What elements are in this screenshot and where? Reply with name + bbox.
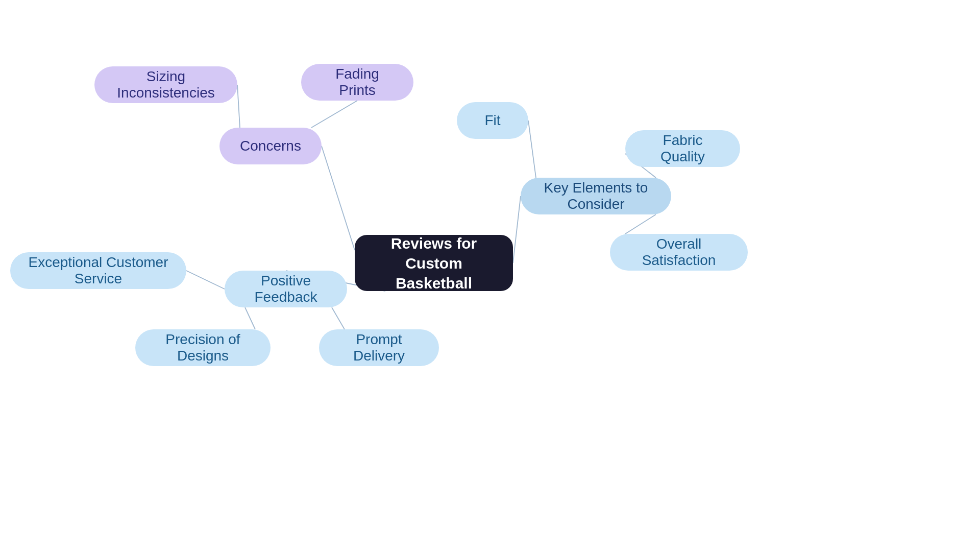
overall-node: Overall Satisfaction bbox=[610, 234, 748, 271]
svg-line-10 bbox=[625, 214, 656, 234]
concerns-node: Concerns bbox=[219, 128, 322, 164]
concerns-label: Concerns bbox=[240, 138, 301, 154]
keyelements-label: Key Elements to Consider bbox=[537, 180, 655, 212]
fabric-node: Fabric Quality bbox=[625, 130, 740, 167]
prompt-node: Prompt Delivery bbox=[319, 329, 439, 366]
exceptional-label: Exceptional Customer Service bbox=[27, 254, 170, 287]
svg-line-6 bbox=[332, 307, 345, 329]
overall-label: Overall Satisfaction bbox=[626, 236, 731, 269]
fading-label: Fading Prints bbox=[317, 66, 397, 99]
fading-node: Fading Prints bbox=[301, 64, 413, 101]
sizing-label: Sizing Inconsistencies bbox=[111, 68, 221, 101]
center-node: Customer Reviews for Custom Basketball J… bbox=[355, 235, 513, 291]
svg-line-5 bbox=[245, 307, 255, 329]
svg-line-2 bbox=[311, 101, 357, 128]
svg-line-8 bbox=[528, 121, 536, 178]
fabric-label: Fabric Quality bbox=[642, 132, 724, 165]
svg-line-0 bbox=[322, 146, 355, 250]
svg-line-1 bbox=[237, 85, 240, 128]
center-label: Customer Reviews for Custom Basketball J… bbox=[371, 213, 497, 313]
svg-line-4 bbox=[186, 271, 225, 289]
sizing-node: Sizing Inconsistencies bbox=[94, 66, 237, 103]
positive-node: Positive Feedback bbox=[225, 271, 347, 307]
positive-label: Positive Feedback bbox=[241, 273, 331, 305]
precision-node: Precision of Designs bbox=[135, 329, 271, 366]
keyelements-node: Key Elements to Consider bbox=[521, 178, 671, 214]
svg-line-7 bbox=[513, 196, 521, 263]
prompt-label: Prompt Delivery bbox=[335, 331, 423, 364]
precision-label: Precision of Designs bbox=[152, 331, 254, 364]
exceptional-node: Exceptional Customer Service bbox=[10, 252, 186, 289]
fit-node: Fit bbox=[457, 102, 528, 139]
fit-label: Fit bbox=[484, 112, 500, 129]
